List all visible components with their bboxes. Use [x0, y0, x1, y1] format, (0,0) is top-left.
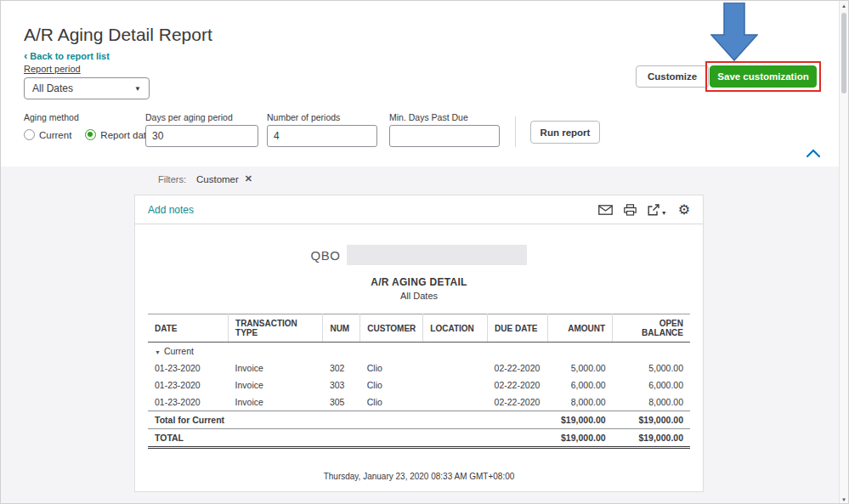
min-days-past-due-label: Min. Days Past Due: [389, 112, 468, 122]
company-prefix: QBO: [311, 248, 341, 263]
report-card-header: Add notes: [135, 195, 703, 224]
report-title: A/R AGING DETAIL: [135, 276, 703, 288]
grand-total-open: $19,000.00: [613, 429, 690, 448]
print-icon[interactable]: [624, 204, 637, 216]
min-days-past-due-input[interactable]: [389, 125, 500, 147]
export-caret-icon: ▼: [661, 210, 667, 216]
report-period-value: All Dates: [32, 82, 73, 94]
radio-current-label: Current: [39, 130, 71, 140]
days-per-period-label: Days per aging period: [145, 112, 233, 122]
radio-report-date-label: Report date: [100, 130, 151, 140]
aging-method-radio-group: Current Report date: [24, 129, 151, 140]
export-button[interactable]: ▼: [648, 204, 667, 216]
grand-total-label: TOTAL: [148, 429, 548, 448]
scroll-up-icon[interactable]: ▲: [840, 3, 848, 8]
export-icon: [648, 204, 659, 216]
aging-method-label: Aging method: [24, 112, 79, 122]
customize-button[interactable]: Customize: [636, 65, 709, 88]
report-period-dropdown[interactable]: All Dates ▼: [24, 77, 150, 99]
filters-label: Filters:: [158, 174, 186, 184]
back-chevron-icon: ‹: [24, 52, 27, 60]
controls-divider: [515, 116, 516, 147]
back-to-report-list-link[interactable]: ‹ Back to report list: [24, 51, 110, 61]
vertical-scrollbar[interactable]: ▲ ▼: [839, 1, 848, 504]
grand-total-amount: $19,000.00: [548, 429, 613, 448]
table-row[interactable]: 01-23-2020 Invoice 302 Clio 02-22-2020 5…: [148, 360, 690, 377]
number-of-periods-label: Number of periods: [267, 112, 340, 122]
grand-total-row: TOTAL $19,000.00 $19,000.00: [148, 429, 690, 448]
col-amount: AMOUNT: [548, 314, 613, 343]
aging-detail-table: DATE TRANSACTION TYPE NUM CUSTOMER LOCAT…: [148, 314, 690, 449]
scrollbar-thumb[interactable]: [841, 13, 846, 93]
email-icon[interactable]: [598, 205, 613, 215]
days-per-period-input[interactable]: [145, 125, 258, 147]
app-window: A/R Aging Detail Report ‹ Back to report…: [0, 0, 849, 504]
col-transaction-type: TRANSACTION TYPE: [229, 314, 323, 343]
group-collapse-caret-icon: ▼: [155, 349, 161, 355]
total-for-current-open: $19,000.00: [613, 411, 690, 429]
report-content-area: Filters: Customer ✕ Add notes: [1, 167, 841, 504]
table-row[interactable]: 01-23-2020 Invoice 303 Clio 02-22-2020 6…: [148, 377, 690, 394]
total-for-current-label: Total for Current: [148, 411, 548, 429]
report-generated-timestamp: Thursday, January 23, 2020 08:33 AM GMT+…: [135, 472, 703, 481]
col-location: LOCATION: [423, 314, 488, 343]
report-actions: ▼ ⚙: [598, 203, 690, 217]
total-for-current-amount: $19,000.00: [548, 411, 613, 429]
number-of-periods-input[interactable]: [267, 125, 377, 147]
report-card: Add notes: [134, 195, 704, 492]
radio-report-date-dot: [85, 129, 96, 140]
filters-row: Filters: Customer ✕: [158, 173, 252, 184]
remove-filter-icon[interactable]: ✕: [245, 173, 252, 184]
report-subtitle: All Dates: [135, 291, 703, 301]
back-link-label: Back to report list: [30, 51, 110, 61]
table-row[interactable]: 01-23-2020 Invoice 305 Clio 02-22-2020 8…: [148, 394, 690, 411]
table-header-row: DATE TRANSACTION TYPE NUM CUSTOMER LOCAT…: [148, 314, 690, 343]
page-title: A/R Aging Detail Report: [24, 25, 212, 45]
report-period-label: Report period: [24, 64, 81, 74]
collapse-header-chevron-up-icon[interactable]: [805, 147, 822, 159]
total-for-current-row: Total for Current $19,000.00 $19,000.00: [148, 411, 690, 429]
col-open-balance: OPEN BALANCE: [613, 314, 690, 343]
redacted-company-name: [347, 245, 527, 265]
radio-report-date[interactable]: Report date: [85, 129, 151, 140]
save-customization-button[interactable]: Save customization: [710, 65, 817, 88]
chevron-down-icon: ▼: [134, 85, 141, 93]
scroll-down-icon[interactable]: ▼: [840, 497, 848, 502]
col-date: DATE: [148, 314, 229, 343]
group-label: Current: [164, 346, 194, 356]
filter-chip-customer: Customer: [196, 174, 239, 184]
radio-current[interactable]: Current: [24, 129, 71, 140]
col-due-date: DUE DATE: [488, 314, 548, 343]
group-row-current[interactable]: ▼Current: [148, 343, 690, 360]
run-report-button[interactable]: Run report: [530, 121, 600, 144]
gear-icon[interactable]: ⚙: [678, 203, 690, 217]
company-row: QBO: [135, 245, 703, 265]
col-num: NUM: [323, 314, 360, 343]
add-notes-link[interactable]: Add notes: [148, 204, 194, 216]
radio-current-dot: [24, 129, 35, 140]
annotation-down-arrow-icon: [710, 3, 758, 61]
col-customer: CUSTOMER: [360, 314, 423, 343]
